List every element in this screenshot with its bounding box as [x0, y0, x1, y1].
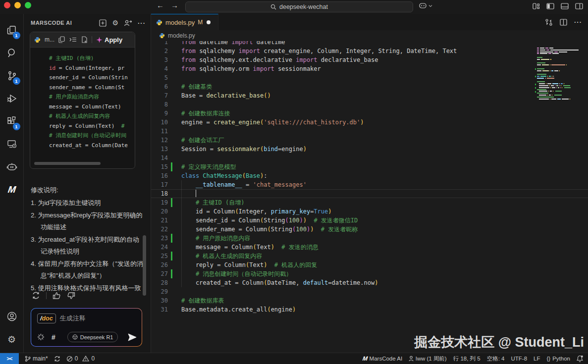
code-line: 2from sqlalchemy import create_engine, C… — [151, 47, 588, 55]
minimap[interactable] — [535, 42, 581, 101]
command-center-search[interactable]: deepseek-wechat — [185, 1, 413, 12]
tab-git-status: M — [198, 19, 203, 26]
new-chat-icon[interactable] — [99, 19, 107, 27]
problems-indicator[interactable]: 0 0 — [66, 355, 95, 362]
code-line: 17 __tablename__ = 'chat_messages' — [151, 180, 588, 189]
minimize-window-button[interactable] — [14, 2, 21, 8]
regenerate-icon[interactable] — [32, 291, 40, 300]
maximize-window-button[interactable] — [25, 2, 31, 8]
card-code-line: # 机器人生成的回复内容 — [49, 111, 135, 121]
card-horizontal-scrollbar[interactable] — [34, 162, 101, 165]
code-line: 14 — [151, 154, 588, 162]
ai-input-box[interactable]: /doc 生成注释 # Deepseek R — [31, 308, 142, 347]
watermark-text: 掘金技术社区 @ Student_Li — [414, 333, 584, 351]
breadcrumb-file[interactable]: models.py — [168, 32, 195, 39]
model-label: Deepseek R1 — [80, 334, 113, 340]
gear-icon: ⚙ — [7, 334, 16, 345]
sidebar-item-run-debug[interactable] — [0, 87, 24, 110]
sync-button[interactable] — [54, 356, 60, 362]
new-file-icon[interactable] — [81, 36, 88, 43]
split-editor-icon[interactable] — [560, 19, 567, 26]
notes-list: 为id字段添加主键说明为message和reply字段添加更明确的功能描述为cr… — [31, 197, 145, 294]
settings-button[interactable]: ⚙ — [0, 328, 24, 351]
language-indicator[interactable]: {} Python — [547, 356, 571, 362]
context-hash-icon[interactable]: # — [52, 333, 55, 341]
breadcrumb[interactable]: models.py — [151, 30, 588, 41]
thumbs-up-icon[interactable] — [53, 292, 61, 300]
magic-icon[interactable] — [37, 333, 45, 341]
apply-button[interactable]: Apply — [96, 36, 122, 44]
code-line: 15# 定义聊天消息模型 — [151, 162, 588, 171]
indentation-indicator[interactable]: 空格: 4 — [487, 355, 505, 363]
code-line: 30# 创建数据库表 — [151, 296, 588, 305]
sidebar-item-marscode[interactable]: M — [0, 178, 24, 201]
panel-more-icon[interactable]: ··· — [138, 19, 146, 27]
marscode-panel-header: MARSCODE AI ⚙ ··· — [24, 14, 151, 32]
eol-indicator[interactable]: LF — [534, 356, 540, 362]
statusbar-marscode[interactable]: M MarsCode AI — [363, 355, 402, 362]
sidebar-scrollbar[interactable] — [143, 235, 146, 296]
customize-layout-icon[interactable] — [533, 3, 540, 9]
card-code-line: # 消息创建时间（自动记录时间 — [49, 131, 135, 141]
ai-suggested-code[interactable]: # 主键ID (自增)id = Column(Integer, prsender… — [30, 48, 135, 150]
sidebar-item-extensions[interactable]: 1 — [0, 110, 24, 133]
toggle-secondary-sidebar-icon[interactable] — [575, 3, 583, 9]
thumbs-down-icon[interactable] — [67, 292, 75, 300]
encoding-indicator[interactable]: UTF-8 — [511, 356, 527, 362]
editor-more-icon[interactable]: ··· — [574, 18, 582, 26]
tab-label: models.py — [165, 19, 195, 26]
doc-command-chip[interactable]: /doc — [37, 313, 56, 323]
panel-title: MARSCODE AI — [31, 20, 72, 26]
ai-input-text[interactable]: 生成注释 — [60, 314, 86, 323]
ai-code-card: m... — [30, 32, 135, 169]
open-changes-icon[interactable] — [545, 18, 553, 26]
notifications-bell-icon[interactable] — [577, 355, 583, 362]
sidebar-item-explorer[interactable]: 1 — [0, 19, 24, 42]
minimap-line — [535, 99, 581, 101]
copilot-menu[interactable] — [419, 2, 432, 9]
search-icon — [6, 48, 17, 58]
sidebar-item-source-control[interactable]: 1 — [0, 64, 24, 87]
code-line: 16class ChatMessage(Base): — [151, 171, 588, 180]
tab-bar: models.py M ··· — [151, 14, 588, 30]
toggle-panel-icon[interactable] — [561, 3, 569, 9]
bot-icon — [6, 161, 18, 172]
card-code-line: # 主键ID (自增) — [49, 53, 135, 63]
note-item: 为id字段添加主键说明 — [31, 197, 145, 209]
deepseek-logo-icon — [72, 334, 78, 340]
code-line: 28 created_at = Column(DateTime, default… — [151, 278, 588, 287]
card-file-label: m... — [45, 36, 54, 43]
search-icon — [270, 4, 276, 10]
send-icon[interactable] — [128, 333, 137, 341]
model-selector[interactable]: Deepseek R1 — [67, 332, 118, 342]
code-line: 25 # 机器人生成的回复内容 — [151, 252, 588, 260]
branch-name: main* — [33, 355, 48, 362]
vscode-window: ← → deepseek-wechat — [0, 0, 588, 364]
panel-settings-gear-icon[interactable]: ⚙ — [112, 19, 118, 27]
share-profile-icon[interactable] — [124, 19, 132, 26]
tab-models-py[interactable]: models.py M — [151, 14, 218, 30]
status-bar: >< main* 0 — [0, 353, 588, 364]
git-blame-indicator[interactable]: lww (1 周前) — [409, 355, 447, 363]
code-line: 7Base = declarative_base() — [151, 91, 588, 100]
back-arrow-icon[interactable]: ← — [157, 1, 164, 9]
insert-code-icon[interactable] — [69, 37, 77, 43]
forward-arrow-icon[interactable]: → — [171, 1, 178, 9]
cursor-position[interactable]: 行 18, 列 5 — [453, 355, 481, 363]
toggle-primary-sidebar-icon[interactable] — [546, 3, 554, 9]
remote-indicator[interactable]: >< — [0, 353, 19, 364]
copy-icon[interactable] — [58, 36, 65, 43]
code-line: 31Base.metadata.create_all(engine) — [151, 305, 588, 314]
indent-guide — [181, 180, 182, 287]
accounts-button[interactable] — [0, 305, 24, 328]
branch-indicator[interactable]: main* — [25, 355, 48, 362]
close-window-button[interactable] — [4, 2, 10, 8]
sidebar-item-ai-bot[interactable] — [0, 156, 24, 178]
modification-notes: 修改说明: 为id字段添加主键说明为message和reply字段添加更明确的功… — [31, 184, 145, 294]
code-line: 24 message = Column(Text) # 发送的消息 — [151, 243, 588, 252]
code-editor[interactable]: 1from datetime import datetime2from sqla… — [151, 41, 588, 353]
unsaved-dot-icon[interactable] — [207, 20, 211, 24]
sidebar-item-remote-explorer[interactable] — [0, 133, 24, 156]
card-code-line: # 用户原始消息内容 — [49, 92, 135, 102]
sidebar-item-search[interactable] — [0, 42, 24, 64]
